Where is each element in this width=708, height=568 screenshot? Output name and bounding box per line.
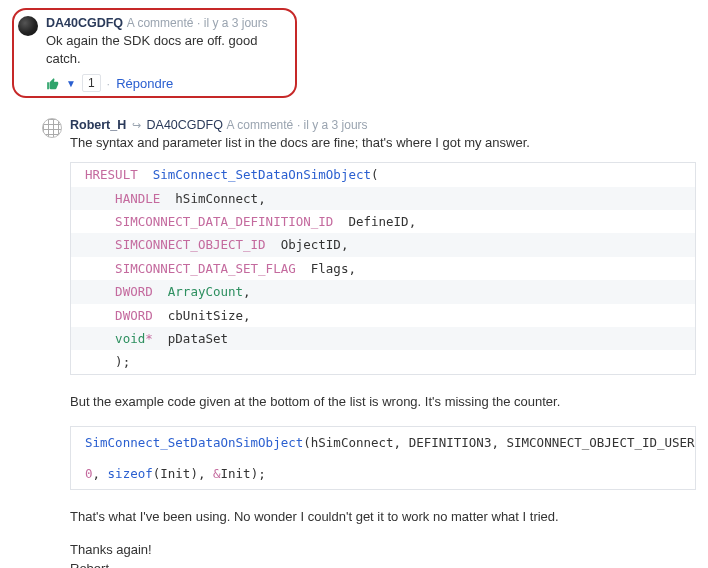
code-line: ); xyxy=(71,350,695,373)
avatar[interactable] xyxy=(18,16,38,36)
reply-button[interactable]: Répondre xyxy=(116,76,173,91)
code-line: SIMCONNECT_DATA_SET_FLAG Flags, xyxy=(71,257,695,280)
code-line: SIMCONNECT_DATA_DEFINITION_ID DefineID, xyxy=(71,210,695,233)
meta-sep: · xyxy=(197,16,204,30)
meta-time: il y a 3 jours xyxy=(204,16,268,30)
comment-text: Ok again the SDK docs are off. good catc… xyxy=(46,32,287,68)
author-link[interactable]: Robert_H xyxy=(70,118,126,132)
comment-body: Robert_H ↪ DA40CGDFQ A commenté · il y a… xyxy=(70,116,696,568)
avatar[interactable] xyxy=(42,118,62,138)
code-block: SimConnect_SetDataOnSimObject(hSimConnec… xyxy=(70,426,696,491)
code-line: void* pDataSet xyxy=(71,327,695,350)
vote-count: 1 xyxy=(82,74,101,92)
comment-actions: ▼ 1 · Répondre xyxy=(46,74,287,92)
comment-body: DA40CGDFQ A commenté · il y a 3 jours Ok… xyxy=(46,14,287,92)
comment-meta: DA40CGDFQ A commenté · il y a 3 jours xyxy=(46,14,287,32)
meta-action: A commenté xyxy=(227,118,294,132)
code-line: SIMCONNECT_OBJECT_ID ObjectID, xyxy=(71,233,695,256)
comment-signoff: Thanks again! Robert xyxy=(70,541,696,568)
comment-text: The syntax and parameter list in the doc… xyxy=(70,134,696,152)
comment-text: But the example code given at the bottom… xyxy=(70,393,696,412)
meta-action: A commenté xyxy=(127,16,194,30)
code-line: HANDLE hSimConnect, xyxy=(71,187,695,210)
comment-highlighted: DA40CGDFQ A commenté · il y a 3 jours Ok… xyxy=(12,8,297,98)
code-line: SimConnect_SetDataOnSimObject(hSimConnec… xyxy=(71,427,695,458)
comment-meta: Robert_H ↪ DA40CGDFQ A commenté · il y a… xyxy=(70,116,696,134)
vote-menu-chevron-icon[interactable]: ▼ xyxy=(66,78,76,89)
code-line: 0, sizeof(Init), &Init); xyxy=(71,458,695,489)
reply-target[interactable]: DA40CGDFQ xyxy=(147,118,223,132)
separator: · xyxy=(107,76,111,91)
meta-sep: · xyxy=(297,118,304,132)
reply-arrow-icon: ↪ xyxy=(132,119,141,131)
comment-text: That's what I've been using. No wonder I… xyxy=(70,508,696,527)
code-line: HRESULT SimConnect_SetDataOnSimObject( xyxy=(71,163,695,186)
code-line: DWORD cbUnitSize, xyxy=(71,304,695,327)
code-block: HRESULT SimConnect_SetDataOnSimObject( H… xyxy=(70,162,696,374)
comment-reply: Robert_H ↪ DA40CGDFQ A commenté · il y a… xyxy=(42,116,696,568)
vote-up-button[interactable] xyxy=(46,75,60,91)
thumb-up-icon xyxy=(46,77,60,91)
meta-time: il y a 3 jours xyxy=(304,118,368,132)
author-link[interactable]: DA40CGDFQ xyxy=(46,16,123,30)
code-line: DWORD ArrayCount, xyxy=(71,280,695,303)
